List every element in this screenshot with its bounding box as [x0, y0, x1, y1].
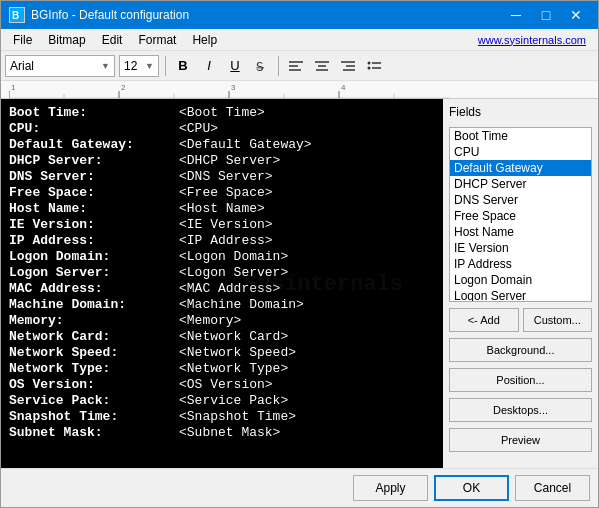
field-item[interactable]: CPU — [450, 144, 591, 160]
field-item[interactable]: Logon Domain — [450, 272, 591, 288]
align-right-button[interactable] — [337, 55, 359, 77]
ruler: 1 2 3 4 — [1, 81, 598, 99]
font-size-selector[interactable]: 12 ▼ — [119, 55, 159, 77]
ok-button[interactable]: OK — [434, 475, 509, 501]
svg-text:B: B — [12, 10, 19, 21]
field-item[interactable]: IE Version — [450, 240, 591, 256]
field-item[interactable]: Default Gateway — [450, 160, 591, 176]
editor-line-label: Host Name: — [9, 201, 179, 216]
editor-line: Memory:<Memory> — [9, 313, 435, 328]
editor-line: Host Name:<Host Name> — [9, 201, 435, 216]
editor-line: DNS Server:<DNS Server> — [9, 169, 435, 184]
position-button[interactable]: Position... — [449, 368, 592, 392]
editor-line-label: OS Version: — [9, 377, 179, 392]
editor-line: Boot Time:<Boot Time> — [9, 105, 435, 120]
main-window: B BGInfo - Default configuration ─ □ ✕ F… — [0, 0, 599, 508]
editor-line-value: <Host Name> — [179, 201, 265, 216]
apply-button[interactable]: Apply — [353, 475, 428, 501]
editor-line: Subnet Mask:<Subnet Mask> — [9, 425, 435, 440]
align-left-button[interactable] — [285, 55, 307, 77]
strikethrough-button[interactable]: S̶ — [250, 55, 272, 77]
desktops-button[interactable]: Desktops... — [449, 398, 592, 422]
close-button[interactable]: ✕ — [562, 5, 590, 25]
svg-text:S̶: S̶ — [256, 60, 264, 73]
editor-line-label: IE Version: — [9, 217, 179, 232]
editor-line-value: <Logon Server> — [179, 265, 288, 280]
editor-line-label: Logon Server: — [9, 265, 179, 280]
field-item[interactable]: Boot Time — [450, 128, 591, 144]
editor-line-label: Memory: — [9, 313, 179, 328]
align-center-button[interactable] — [311, 55, 333, 77]
editor-line: Network Card:<Network Card> — [9, 329, 435, 344]
editor-line: IE Version:<IE Version> — [9, 217, 435, 232]
editor-line: CPU:<CPU> — [9, 121, 435, 136]
title-bar: B BGInfo - Default configuration ─ □ ✕ — [1, 1, 598, 29]
editor-line-label: Free Space: — [9, 185, 179, 200]
add-button[interactable]: <- Add — [449, 308, 519, 332]
editor-line-value: <MAC Address> — [179, 281, 280, 296]
field-item[interactable]: DHCP Server — [450, 176, 591, 192]
sidebar: Fields Boot TimeCPUDefault GatewayDHCP S… — [443, 99, 598, 468]
editor-line: Machine Domain:<Machine Domain> — [9, 297, 435, 312]
minimize-button[interactable]: ─ — [502, 5, 530, 25]
editor-line-label: MAC Address: — [9, 281, 179, 296]
editor-area[interactable]: Sysinternals Boot Time:<Boot Time>CPU:<C… — [1, 99, 443, 468]
editor-line: Snapshot Time:<Snapshot Time> — [9, 409, 435, 424]
maximize-button[interactable]: □ — [532, 5, 560, 25]
italic-button[interactable]: I — [198, 55, 220, 77]
editor-line: Service Pack:<Service Pack> — [9, 393, 435, 408]
editor-line-label: Network Type: — [9, 361, 179, 376]
font-name-selector[interactable]: Arial ▼ — [5, 55, 115, 77]
sysinternals-link[interactable]: www.sysinternals.com — [478, 34, 594, 46]
svg-text:2: 2 — [121, 83, 126, 92]
editor-line: Network Speed:<Network Speed> — [9, 345, 435, 360]
field-item[interactable]: Logon Server — [450, 288, 591, 302]
editor-line-label: CPU: — [9, 121, 179, 136]
menu-help[interactable]: Help — [184, 31, 225, 49]
bottom-bar: Apply OK Cancel — [1, 468, 598, 507]
custom-button[interactable]: Custom... — [523, 308, 593, 332]
menu-format[interactable]: Format — [130, 31, 184, 49]
editor-line-label: Network Card: — [9, 329, 179, 344]
add-custom-row: <- Add Custom... — [449, 308, 592, 332]
editor-line-value: <Network Type> — [179, 361, 288, 376]
editor-line-label: Machine Domain: — [9, 297, 179, 312]
field-item[interactable]: Host Name — [450, 224, 591, 240]
svg-point-12 — [368, 61, 371, 64]
app-icon: B — [9, 7, 25, 23]
cancel-button[interactable]: Cancel — [515, 475, 590, 501]
editor-line-value: <CPU> — [179, 121, 218, 136]
editor-line-value: <IP Address> — [179, 233, 273, 248]
editor-line: Network Type:<Network Type> — [9, 361, 435, 376]
editor-line-label: Snapshot Time: — [9, 409, 179, 424]
field-item[interactable]: IP Address — [450, 256, 591, 272]
field-item[interactable]: Free Space — [450, 208, 591, 224]
editor-line: MAC Address:<MAC Address> — [9, 281, 435, 296]
menu-edit[interactable]: Edit — [94, 31, 131, 49]
svg-text:1: 1 — [11, 83, 16, 92]
field-item[interactable]: DNS Server — [450, 192, 591, 208]
underline-button[interactable]: U — [224, 55, 246, 77]
editor-line: Logon Domain:<Logon Domain> — [9, 249, 435, 264]
background-button[interactable]: Background... — [449, 338, 592, 362]
editor-line-value: <DHCP Server> — [179, 153, 280, 168]
editor-line-label: DHCP Server: — [9, 153, 179, 168]
toolbar: Arial ▼ 12 ▼ B I U S̶ — [1, 51, 598, 81]
window-controls: ─ □ ✕ — [502, 5, 590, 25]
svg-text:3: 3 — [231, 83, 236, 92]
editor-line-value: <Network Speed> — [179, 345, 296, 360]
toolbar-sep-2 — [278, 56, 279, 76]
preview-button[interactable]: Preview — [449, 428, 592, 452]
editor-line-value: <Service Pack> — [179, 393, 288, 408]
list-button[interactable] — [363, 55, 385, 77]
font-size-arrow: ▼ — [145, 61, 154, 71]
menu-file[interactable]: File — [5, 31, 40, 49]
fields-label: Fields — [449, 105, 592, 119]
font-name-arrow: ▼ — [101, 61, 110, 71]
font-size-value: 12 — [124, 59, 137, 73]
editor-line-value: <Logon Domain> — [179, 249, 288, 264]
editor-line-value: <Memory> — [179, 313, 241, 328]
bold-button[interactable]: B — [172, 55, 194, 77]
menu-bitmap[interactable]: Bitmap — [40, 31, 93, 49]
fields-list[interactable]: Boot TimeCPUDefault GatewayDHCP ServerDN… — [449, 127, 592, 302]
